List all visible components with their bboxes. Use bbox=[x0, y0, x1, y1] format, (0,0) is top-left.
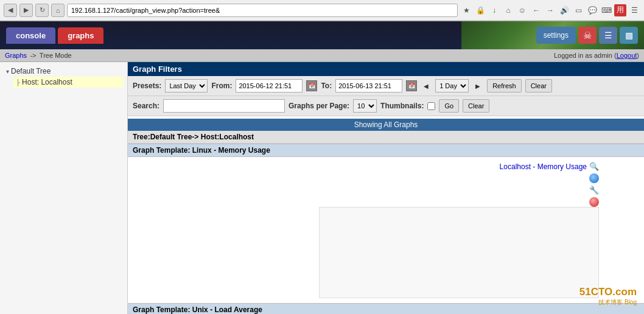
from-calendar-icon[interactable]: 📅 bbox=[306, 80, 317, 91]
lock-icon: 🔒 bbox=[474, 4, 486, 16]
login-text: Logged in as admin bbox=[554, 52, 612, 59]
presets-label: Presets: bbox=[133, 82, 161, 90]
breadcrumb-current: Tree Mode bbox=[40, 52, 72, 59]
to-label: To: bbox=[321, 82, 332, 90]
breadcrumb-separator: -> bbox=[30, 52, 36, 59]
logout-link[interactable]: Logout bbox=[617, 52, 637, 59]
timespan-select[interactable]: 1 Day bbox=[435, 79, 469, 92]
graphs-per-page-select[interactable]: 10 bbox=[353, 99, 377, 113]
tab-graphs[interactable]: graphs bbox=[58, 27, 103, 44]
graph-filters-header: Graph Filters bbox=[128, 62, 644, 76]
watermark-subtext: 技术博客 Blog bbox=[579, 298, 637, 307]
browser-toolbar: ◀ ▶ ↻ ⌂ ★ 🔒 ↓ ⌂ ☺ ← → 🔊 ▭ 💬 ⌨ 用 ☰ bbox=[0, 0, 644, 21]
graph-1-container: Localhost - Memory Usage 🔍 🔧 bbox=[173, 162, 599, 298]
graphs-link[interactable]: Graphs bbox=[5, 52, 27, 59]
search-label: Search: bbox=[133, 102, 159, 110]
from-label: From: bbox=[211, 82, 232, 90]
host-localhost-label: Host: Localhost bbox=[22, 78, 72, 86]
go-button[interactable]: Go bbox=[439, 99, 459, 113]
nav-tabs: console graphs bbox=[6, 27, 103, 44]
thumbnails-checkbox[interactable] bbox=[427, 102, 435, 110]
home-nav-icon[interactable]: ⌂ bbox=[502, 4, 514, 16]
wrench-icon-1[interactable]: 🔧 bbox=[589, 186, 599, 195]
prev-timespan-button[interactable]: ◀ bbox=[421, 80, 432, 91]
forward-nav-icon[interactable]: → bbox=[544, 4, 556, 16]
chat-icon[interactable]: 💬 bbox=[586, 4, 598, 16]
graph-icons-1: 🔧 bbox=[589, 173, 599, 207]
refresh-browser-button[interactable]: ↻ bbox=[35, 4, 49, 17]
content-area: Graph Filters Presets: Last Day From: 📅 … bbox=[128, 62, 644, 314]
audio-icon[interactable]: 🔊 bbox=[558, 4, 570, 16]
tree-host-header: Tree:Default Tree-> Host:Localhost bbox=[128, 131, 644, 144]
graph-template-1-header: Graph Template: Linux - Memory Usage bbox=[128, 144, 644, 157]
host-icon: ├ bbox=[16, 79, 20, 86]
back-nav-icon[interactable]: ← bbox=[530, 4, 542, 16]
forward-button[interactable]: ▶ bbox=[19, 4, 33, 17]
graphs-per-page-label: Graphs per Page: bbox=[289, 102, 349, 110]
user-icon[interactable]: 用 bbox=[614, 4, 626, 16]
sidebar-item-default-tree[interactable]: ▾ Default Tree bbox=[4, 66, 124, 77]
clear-button-2[interactable]: Clear bbox=[463, 99, 489, 113]
to-date-input[interactable] bbox=[335, 79, 402, 92]
graph-title-link-1[interactable]: Localhost - Memory Usage bbox=[500, 162, 587, 171]
breadcrumb-bar: Graphs -> Tree Mode Logged in as admin (… bbox=[0, 49, 644, 62]
tree-expand-icon: ▾ bbox=[6, 68, 9, 75]
sidebar: ▾ Default Tree ├ Host: Localhost bbox=[0, 62, 128, 314]
refresh-button[interactable]: Refresh bbox=[487, 79, 522, 92]
from-date-input[interactable] bbox=[236, 79, 303, 92]
graph-content-row-1: Localhost - Memory Usage 🔍 🔧 bbox=[133, 162, 639, 298]
watermark-text: 51CTO.com bbox=[579, 286, 637, 298]
graph-title-row-1: Localhost - Memory Usage 🔍 bbox=[500, 162, 599, 171]
search-input[interactable] bbox=[163, 99, 285, 113]
list-icon[interactable]: ☰ bbox=[599, 27, 617, 44]
default-tree-label: Default Tree bbox=[11, 67, 51, 75]
clear-button-1[interactable]: Clear bbox=[525, 79, 552, 92]
bookmark-icon[interactable]: ★ bbox=[460, 4, 472, 16]
home-button[interactable]: ⌂ bbox=[51, 4, 65, 17]
breadcrumb: Graphs -> Tree Mode bbox=[5, 51, 72, 60]
smiley-icon[interactable]: ☺ bbox=[516, 4, 528, 16]
zoom-icon-1[interactable]: 🔍 bbox=[589, 162, 599, 171]
menu-icon[interactable]: ☰ bbox=[628, 4, 640, 16]
app-header: console graphs settings ☠ ☰ ▩ bbox=[0, 21, 644, 49]
to-calendar-icon[interactable]: 📅 bbox=[406, 80, 417, 91]
chart-icon[interactable]: ▩ bbox=[620, 27, 638, 44]
watermark-container: 51CTO.com 技术博客 Blog bbox=[579, 286, 637, 307]
login-info: Logged in as admin (Logout) bbox=[554, 52, 639, 59]
sidebar-child: ├ Host: Localhost bbox=[4, 77, 124, 88]
settings-button[interactable]: settings bbox=[536, 27, 576, 44]
graph-image-1 bbox=[319, 207, 599, 298]
graph-area-1: Localhost - Memory Usage 🔍 🔧 bbox=[128, 157, 644, 303]
thumbnails-label: Thumbnails: bbox=[380, 102, 424, 110]
graph-template-2-header: Graph Template: Unix - Load Average bbox=[128, 303, 644, 314]
download-icon[interactable]: ↓ bbox=[488, 4, 500, 16]
alert-icon[interactable]: ☠ bbox=[578, 27, 597, 44]
showing-all-graphs-banner: Showing All Graphs bbox=[128, 119, 644, 131]
filter-row-1: Presets: Last Day From: 📅 To: 📅 ◀ 1 Day … bbox=[128, 76, 644, 96]
filter-row-2: Search: Graphs per Page: 10 Thumbnails: … bbox=[128, 96, 644, 116]
header-right: settings ☠ ☰ ▩ bbox=[536, 27, 638, 44]
keyboard-icon[interactable]: ⌨ bbox=[600, 4, 612, 16]
presets-select[interactable]: Last Day bbox=[165, 79, 208, 92]
tab-console[interactable]: console bbox=[6, 27, 55, 44]
alert-circle-icon-1[interactable] bbox=[589, 197, 599, 207]
url-bar[interactable] bbox=[67, 4, 458, 17]
sidebar-item-host-localhost[interactable]: ├ Host: Localhost bbox=[13, 77, 124, 88]
main-layout: ▾ Default Tree ├ Host: Localhost Graph F… bbox=[0, 62, 644, 314]
capture-icon[interactable]: ▭ bbox=[572, 4, 584, 16]
back-button[interactable]: ◀ bbox=[4, 4, 17, 17]
info-icon-1[interactable] bbox=[589, 173, 599, 183]
next-timespan-button[interactable]: ▶ bbox=[472, 80, 483, 91]
